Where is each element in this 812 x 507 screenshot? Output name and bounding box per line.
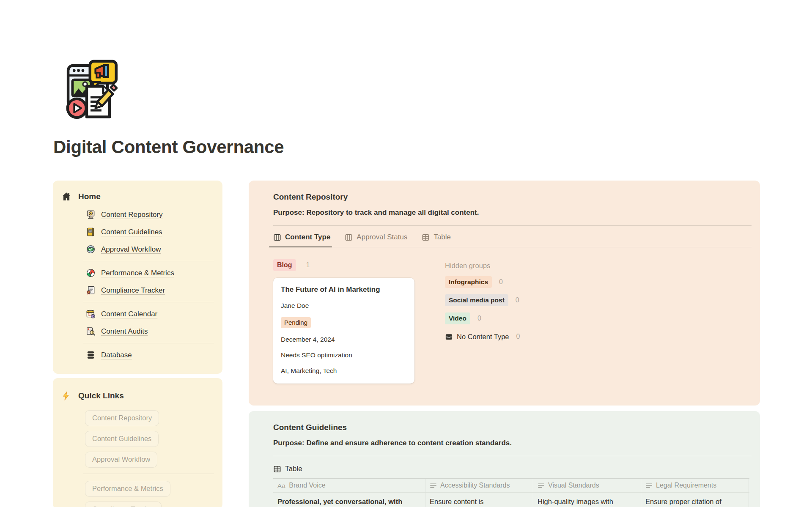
sidebar-item-label: Content Calendar <box>101 310 157 318</box>
content-guidelines-icon <box>86 227 96 237</box>
database-icon <box>86 350 96 360</box>
sidebar-home-title: Home <box>78 192 101 201</box>
group-badge-blog[interactable]: Blog <box>273 259 296 271</box>
tab-label: Table <box>433 233 451 241</box>
view-tabs: Content Type Approval Status Table <box>268 226 752 247</box>
board-card-date: December 4, 2024 <box>281 335 407 344</box>
sidebar-item-label: Performance & Metrics <box>101 269 174 277</box>
content-repository-section: Content Repository Purpose: Repository t… <box>249 181 760 406</box>
hidden-group-video[interactable]: Video 0 <box>445 312 520 324</box>
sidebar-item-database[interactable]: Database <box>86 346 214 364</box>
column-header-visual-standards[interactable]: Visual Standards <box>533 479 641 492</box>
table-view-icon <box>422 233 430 241</box>
hidden-group-no-content-type[interactable]: No Content Type 0 <box>445 331 520 343</box>
sidebar-quick-links-card: Quick Links Content Repository Content G… <box>53 378 222 507</box>
column-header-label: Brand Voice <box>289 482 325 489</box>
content-governance-logo[interactable] <box>60 58 126 123</box>
sidebar-home-card: Home Content Repository Content Guidelin… <box>53 181 222 374</box>
sidebar-item-content-audits[interactable]: Content Audits <box>86 323 214 340</box>
board-view: Blog 1 The Future of AI in Marketing Jan… <box>273 259 752 384</box>
sidebar-item-performance-metrics[interactable]: Performance & Metrics <box>86 264 214 282</box>
cell-accessibility-standards[interactable]: Ensure content is <box>425 493 533 507</box>
view-tab-table[interactable]: Table <box>273 462 302 477</box>
tab-label: Content Type <box>285 233 330 241</box>
column-header-label: Accessibility Standards <box>440 482 510 489</box>
table-row: Professional, yet conversational, with E… <box>273 493 749 507</box>
sidebar-item-label: Approval Workflow <box>101 245 161 254</box>
hidden-group-social-media-post[interactable]: Social media post 0 <box>445 294 520 306</box>
quick-links-title: Quick Links <box>78 391 124 400</box>
column-header-legal-requirements[interactable]: Legal Requirements <box>641 479 749 492</box>
sidebar-item-label: Content Audits <box>101 327 148 336</box>
group-badge-infographics: Infographics <box>445 276 492 288</box>
board-card-author: Jane Doe <box>281 301 407 310</box>
text-property-icon <box>645 482 653 489</box>
board-group-header: Blog 1 <box>273 259 414 271</box>
sidebar-item-compliance-tracker[interactable]: Compliance Tracker <box>86 282 214 299</box>
performance-metrics-icon <box>86 268 96 278</box>
sidebar-home-header: Home <box>60 189 214 205</box>
no-content-type-label-row: No Content Type <box>445 333 509 341</box>
sidebar: Home Content Repository Content Guidelin… <box>53 181 222 507</box>
group-label: No Content Type <box>457 333 509 341</box>
tab-table[interactable]: Table <box>417 228 456 247</box>
content-repository-icon <box>86 210 96 219</box>
sidebar-item-approval-workflow[interactable]: Approval Workflow <box>86 241 214 258</box>
cell-legal-requirements[interactable]: Ensure proper citation of <box>641 493 749 507</box>
sidebar-item-content-repository[interactable]: Content Repository <box>86 206 214 223</box>
sidebar-item-content-guidelines[interactable]: Content Guidelines <box>86 223 214 241</box>
board-card-note: Needs SEO optimization <box>281 351 407 359</box>
group-badge-social-media-post: Social media post <box>445 294 508 306</box>
main-content: Content Repository Purpose: Repository t… <box>249 181 760 507</box>
page: Digital Content Governance Home <box>0 0 812 507</box>
board-view-icon <box>273 233 281 241</box>
home-icon <box>61 192 71 202</box>
group-count: 1 <box>306 261 310 269</box>
status-badge-pending: Pending <box>281 317 311 328</box>
lightning-bolt-icon <box>61 391 71 401</box>
view-tab-label: Table <box>285 465 302 473</box>
group-count: 0 <box>499 278 503 286</box>
column-header-brand-voice[interactable]: Aa Brand Voice <box>273 479 425 492</box>
group-badge-video: Video <box>445 312 470 324</box>
text-property-icon <box>538 482 545 489</box>
sidebar-item-label: Content Repository <box>101 211 163 219</box>
sidebar-divider <box>83 261 214 261</box>
inbox-icon <box>445 333 453 341</box>
sidebar-home-list: Content Repository Content Guidelines Ap… <box>86 206 214 364</box>
title-property-icon: Aa <box>277 482 285 489</box>
sidebar-item-label: Database <box>101 351 132 359</box>
quick-link-compliance-tracker[interactable]: Compliance Tracker <box>85 502 162 507</box>
guidelines-title: Content Guidelines <box>273 422 752 432</box>
board-column-blog: Blog 1 The Future of AI in Marketing Jan… <box>273 259 414 384</box>
hidden-groups-label: Hidden groups <box>445 262 520 270</box>
quick-link-performance-metrics[interactable]: Performance & Metrics <box>85 481 170 497</box>
page-header: Digital Content Governance <box>53 0 760 168</box>
quick-links-divider <box>83 474 214 474</box>
content-guidelines-section: Content Guidelines Purpose: Define and e… <box>249 411 760 507</box>
hidden-group-infographics[interactable]: Infographics 0 <box>445 276 520 288</box>
quick-links-header: Quick Links <box>60 388 214 404</box>
quick-link-approval-workflow[interactable]: Approval Workflow <box>85 452 157 468</box>
board-view-icon <box>345 233 353 241</box>
sidebar-divider <box>83 343 214 343</box>
cell-brand-voice[interactable]: Professional, yet conversational, with <box>273 493 425 507</box>
tab-content-type[interactable]: Content Type <box>268 228 335 247</box>
column-header-accessibility-standards[interactable]: Accessibility Standards <box>425 479 533 492</box>
sidebar-item-content-calendar[interactable]: Content Calendar <box>86 305 214 323</box>
board-card-tags: AI, Marketing, Tech <box>281 367 407 375</box>
sidebar-item-label: Content Guidelines <box>101 228 162 236</box>
sidebar-item-label: Compliance Tracker <box>101 286 165 295</box>
content-calendar-icon <box>86 309 96 319</box>
tab-approval-status[interactable]: Approval Status <box>340 228 412 247</box>
compliance-tracker-icon <box>86 285 96 295</box>
repository-title: Content Repository <box>273 192 752 202</box>
guidelines-purpose: Purpose: Define and ensure adherence to … <box>273 439 752 447</box>
board-card[interactable]: The Future of AI in Marketing Jane Doe P… <box>273 278 414 384</box>
quick-link-content-guidelines[interactable]: Content Guidelines <box>85 431 159 447</box>
table-header-row: Aa Brand Voice Accessibility Standards <box>273 479 749 493</box>
group-count: 0 <box>516 296 519 304</box>
cell-visual-standards[interactable]: High-quality images with <box>533 493 641 507</box>
repository-purpose: Purpose: Repository to track and manage … <box>273 208 752 217</box>
quick-link-content-repository[interactable]: Content Repository <box>85 410 159 426</box>
